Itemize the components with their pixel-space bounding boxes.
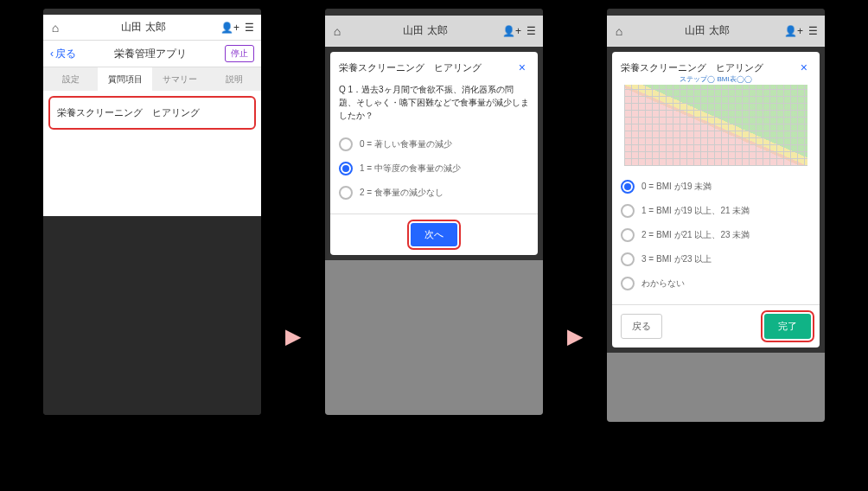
menu-icon[interactable]: ☰ (245, 22, 254, 34)
header-user-name: 山田 太郎 (67, 20, 220, 35)
radio-icon (621, 277, 635, 290)
empty-dark-area (43, 216, 261, 415)
status-bar (43, 9, 261, 15)
add-user-icon[interactable]: 👤+ (784, 25, 803, 37)
header-right: 👤+ ☰ (220, 22, 261, 34)
phone-screen-2: ⌂ 山田 太郎 👤+ ☰ 栄養スクリーニング ヒアリング × Q 1．過去3ヶ月… (325, 9, 543, 415)
radio-icon (339, 137, 353, 151)
radio-icon (339, 186, 353, 200)
status-bar (325, 9, 543, 16)
bmi-chart: ステップ◯ BMI表◯◯ (621, 74, 811, 169)
radio-label: 0 = 著しい食事量の減少 (360, 138, 452, 150)
add-user-icon[interactable]: 👤+ (502, 25, 521, 37)
question-modal: 栄養スクリーニング ヒアリング × Q 1．過去3ヶ月間で食欲不振、消化器系の問… (330, 52, 538, 255)
next-button[interactable]: 次へ (411, 223, 457, 246)
header-user-name: 山田 太郎 (349, 23, 501, 38)
radio-label: 3 = BMI が23 以上 (641, 253, 712, 265)
phone-screen-1: ⌂ 山田 太郎 👤+ ☰ ‹ 戻る 栄養管理アプリ 停止 設定 質問項目 サマリ… (43, 9, 261, 415)
modal-title-row: 栄養スクリーニング ヒアリング × (339, 61, 529, 74)
question-text: Q 1．過去3ヶ月間で食欲不振、消化器系の問題、そしゃく・嚥下困難などで食事量が… (339, 83, 529, 122)
radio-icon (621, 252, 635, 266)
back-label: 戻る (55, 47, 76, 61)
menu-icon[interactable]: ☰ (527, 25, 536, 37)
radio-icon (339, 162, 353, 175)
home-icon[interactable]: ⌂ (325, 24, 349, 38)
screening-list-item[interactable]: 栄養スクリーニング ヒアリング (48, 96, 256, 130)
close-icon[interactable]: × (515, 61, 529, 74)
radio-label: 2 = BMI が21 以上、23 未満 (641, 229, 750, 241)
radio-option-4[interactable]: わからない (621, 271, 811, 296)
phone-screen-3: ⌂ 山田 太郎 👤+ ☰ 栄養スクリーニング ヒアリング × ステップ◯ BMI… (607, 9, 825, 422)
modal-footer: 戻る 完了 (612, 304, 820, 348)
chart-grid (624, 85, 807, 166)
nav-bar: ‹ 戻る 栄養管理アプリ 停止 (43, 41, 261, 67)
close-icon[interactable]: × (797, 61, 811, 74)
question-modal: 栄養スクリーニング ヒアリング × ステップ◯ BMI表◯◯ 0 = BMI が… (612, 52, 820, 348)
radio-option-2[interactable]: 2 = 食事量の減少なし (339, 181, 529, 205)
radio-icon (621, 228, 635, 242)
radio-option-3[interactable]: 3 = BMI が23 以上 (621, 247, 811, 271)
modal-footer: 次へ (330, 214, 538, 255)
modal-title: 栄養スクリーニング ヒアリング (339, 61, 515, 74)
header-user-name: 山田 太郎 (631, 23, 783, 38)
header-right: 👤+ ☰ (501, 25, 543, 37)
radio-icon (621, 204, 635, 218)
radio-option-0[interactable]: 0 = BMI が19 未満 (621, 175, 811, 199)
nav-title: 栄養管理アプリ (76, 47, 225, 61)
tab-settings[interactable]: 設定 (43, 67, 98, 91)
tab-description[interactable]: 説明 (207, 67, 261, 91)
chart-title: ステップ◯ BMI表◯◯ (621, 74, 811, 84)
stop-button[interactable]: 停止 (225, 45, 254, 62)
flow-arrow-icon: ▶ (567, 324, 583, 348)
header-right: 👤+ ☰ (783, 25, 825, 37)
radio-option-1[interactable]: 1 = BMI が19 以上、21 未満 (621, 199, 811, 223)
modal-back-button[interactable]: 戻る (621, 314, 662, 339)
radio-option-0[interactable]: 0 = 著しい食事量の減少 (339, 132, 529, 156)
radio-label: 0 = BMI が19 未満 (641, 181, 712, 193)
radio-label: わからない (641, 277, 685, 290)
status-bar (607, 9, 825, 16)
app-header: ⌂ 山田 太郎 👤+ ☰ (43, 15, 261, 41)
chevron-left-icon: ‹ (50, 48, 54, 60)
tab-questions[interactable]: 質問項目 (98, 67, 152, 91)
add-user-icon[interactable]: 👤+ (220, 22, 239, 34)
back-button[interactable]: ‹ 戻る (50, 47, 76, 61)
home-icon[interactable]: ⌂ (607, 24, 631, 38)
radio-label: 2 = 食事量の減少なし (360, 187, 444, 199)
radio-option-2[interactable]: 2 = BMI が21 以上、23 未満 (621, 223, 811, 247)
gray-lower-area (325, 260, 543, 415)
modal-title: 栄養スクリーニング ヒアリング (621, 61, 797, 74)
tab-summary[interactable]: サマリー (152, 67, 207, 91)
app-header: ⌂ 山田 太郎 👤+ ☰ (607, 16, 825, 47)
content-spacer (43, 143, 261, 216)
menu-icon[interactable]: ☰ (808, 25, 818, 37)
modal-title-row: 栄養スクリーニング ヒアリング × (621, 61, 811, 74)
home-icon[interactable]: ⌂ (43, 21, 67, 35)
done-button[interactable]: 完了 (764, 314, 811, 339)
radio-option-1[interactable]: 1 = 中等度の食事量の減少 (339, 156, 529, 181)
tab-bar: 設定 質問項目 サマリー 説明 (43, 67, 261, 91)
radio-icon (621, 180, 635, 194)
app-header: ⌂ 山田 太郎 👤+ ☰ (325, 16, 543, 47)
flow-arrow-icon: ▶ (285, 324, 301, 348)
content-area: 栄養スクリーニング ヒアリング (43, 91, 261, 143)
radio-label: 1 = 中等度の食事量の減少 (360, 163, 461, 175)
gray-lower-area (607, 353, 825, 422)
radio-label: 1 = BMI が19 以上、21 未満 (641, 205, 750, 217)
